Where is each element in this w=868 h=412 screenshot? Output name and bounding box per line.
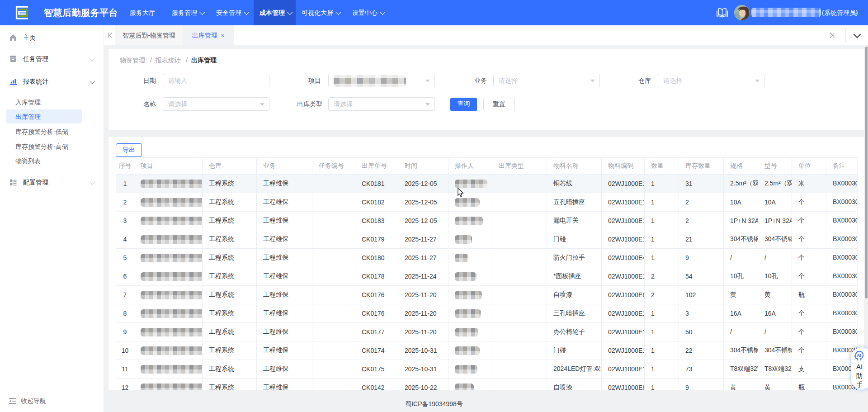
svg-text:AI: AI — [857, 353, 861, 358]
